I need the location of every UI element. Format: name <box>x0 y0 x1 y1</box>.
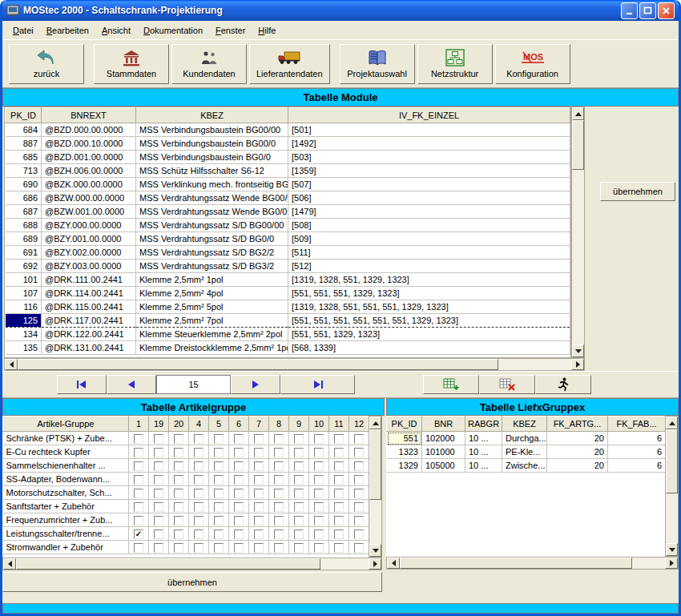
artikelgruppe-checkbox[interactable] <box>154 529 163 539</box>
artikelgruppe-checkbox[interactable] <box>174 434 183 444</box>
artikelgruppe-checkbox[interactable] <box>274 543 284 553</box>
artikelgruppe-checkbox[interactable] <box>334 529 344 539</box>
artikelgruppe-checkbox[interactable] <box>354 475 364 485</box>
module-table-row[interactable]: 689@BZY.001.00.0000MSS Verdrahtungssatz … <box>6 232 570 246</box>
liefx-cell[interactable]: 102000 <box>422 432 465 445</box>
scroll-track[interactable] <box>369 500 381 544</box>
artikelgruppe-checkbox[interactable] <box>194 489 203 498</box>
first-record-button[interactable] <box>57 375 107 394</box>
delete-record-button[interactable] <box>479 375 535 394</box>
artikelgruppe-checkbox[interactable] <box>234 434 244 444</box>
artikelgruppe-checkbox[interactable] <box>354 516 364 525</box>
artikelgruppe-checkbox-cell[interactable] <box>149 527 169 541</box>
artikelgruppe-checkbox-cell[interactable] <box>289 500 309 513</box>
module-cell[interactable]: [551, 551, 551, 551, 551, 551, 1329, 132… <box>288 314 570 328</box>
artikelgruppe-checkbox[interactable] <box>234 543 244 553</box>
module-cell[interactable]: MSS Verdrahtungssatz Wende BG00/00 <box>136 191 288 205</box>
artikelgruppe-checkbox-cell[interactable] <box>329 432 349 445</box>
artikelgruppe-checkbox[interactable] <box>334 489 344 498</box>
module-cell[interactable]: [508] <box>288 219 570 232</box>
artikelgruppe-checkbox[interactable] <box>294 461 304 471</box>
artikelgruppe-checkbox-cell[interactable] <box>169 432 189 445</box>
menu-dokumentation[interactable]: Dokumentation <box>137 23 209 38</box>
module-cell[interactable]: MSS Verdrahtungssatz S/D BG3/2 <box>136 260 288 273</box>
artikelgruppe-label-cell[interactable]: Sammelschienenhalter ... <box>3 459 129 473</box>
artikelgruppe-checkbox-cell[interactable] <box>309 486 329 500</box>
liefx-cell[interactable]: Zwische... <box>502 459 547 473</box>
artikelgruppe-checkbox-cell[interactable] <box>189 473 209 486</box>
module-cell[interactable]: @BZH.006.00.0000 <box>42 164 136 178</box>
artikelgruppe-checkbox[interactable] <box>194 502 203 512</box>
module-cell[interactable]: 686 <box>6 191 42 205</box>
artikelgruppe-checkbox[interactable] <box>254 543 264 553</box>
artikelgruppe-checkbox[interactable] <box>154 489 163 498</box>
module-cell[interactable]: 107 <box>6 287 42 300</box>
artikelgruppe-checkbox[interactable] <box>314 489 324 498</box>
module-cell[interactable]: 688 <box>6 219 42 232</box>
module-cell[interactable]: @BZD.000.10.0000 <box>42 137 136 151</box>
artikelgruppe-checkbox[interactable] <box>214 461 224 471</box>
artikelgruppe-checkbox-cell[interactable] <box>309 459 329 473</box>
module-table-row[interactable]: 135@DRK.131.00.2441Klemme Dreistockklemm… <box>6 341 570 355</box>
artikelgruppe-checkbox[interactable] <box>174 461 183 471</box>
artikelgruppe-checkbox[interactable] <box>354 543 364 553</box>
artikelgruppe-checkbox-cell[interactable] <box>269 527 289 541</box>
module-cell[interactable]: [507] <box>288 178 570 191</box>
artikelgruppe-checkbox-cell[interactable] <box>169 459 189 473</box>
close-button[interactable] <box>658 2 675 19</box>
artikelgruppe-checkbox[interactable] <box>214 448 224 457</box>
artikelgruppe-column-header[interactable]: 20 <box>169 417 189 432</box>
artikelgruppe-checkbox-cell[interactable] <box>309 513 329 527</box>
module-table-row[interactable]: 887@BZD.000.10.0000MSS Verbindungsbauste… <box>6 137 570 151</box>
scroll-up-button[interactable] <box>572 107 584 120</box>
artikelgruppe-checkbox-cell[interactable] <box>269 541 289 554</box>
module-cell[interactable]: [511] <box>288 246 570 260</box>
menu-fenster[interactable]: Fenster <box>209 23 252 38</box>
module-horizontal-scrollbar[interactable] <box>4 358 585 371</box>
artikelgruppe-checkbox-cell[interactable] <box>349 541 369 554</box>
artikelgruppe-checkbox[interactable] <box>154 543 163 553</box>
artikelgruppe-checkbox[interactable] <box>314 448 324 457</box>
artikelgruppe-checkbox-cell[interactable] <box>329 527 349 541</box>
module-cell[interactable]: 692 <box>6 260 42 273</box>
artikelgruppe-row[interactable]: Schränke (PTSK) + Zube... <box>3 432 369 445</box>
module-cell[interactable]: 101 <box>6 273 42 287</box>
artikelgruppe-checkbox-cell[interactable] <box>329 445 349 459</box>
module-table-row[interactable]: 713@BZH.006.00.0000MSS Schütz Hilfsschal… <box>6 164 570 178</box>
artikelgruppe-column-header[interactable]: 19 <box>149 417 169 432</box>
artikelgruppe-checkbox-cell[interactable] <box>289 513 309 527</box>
module-table-row[interactable]: 686@BZW.000.00.0000MSS Verdrahtungssatz … <box>6 191 570 205</box>
liefx-column-header[interactable]: RABGR <box>465 417 502 432</box>
module-cell[interactable]: [551, 551, 1329, 1323] <box>288 328 570 341</box>
artikelgruppe-checkbox[interactable] <box>254 448 264 457</box>
artikelgruppe-checkbox-cell[interactable] <box>269 513 289 527</box>
artikelgruppe-checkbox[interactable] <box>274 516 284 525</box>
artikelgruppe-checkbox[interactable] <box>254 475 264 485</box>
artikelgruppe-checkbox[interactable] <box>274 434 284 444</box>
module-cell[interactable]: @BZY.000.00.0000 <box>42 219 136 232</box>
liefx-cell[interactable]: 10 ... <box>465 432 502 445</box>
menu-bearbeiten[interactable]: Bearbeiten <box>40 23 95 38</box>
scroll-left-button[interactable] <box>5 359 18 370</box>
artikelgruppe-checkbox[interactable] <box>154 448 163 457</box>
module-cell[interactable]: 684 <box>6 123 42 137</box>
artikelgruppe-column-header[interactable]: 7 <box>249 417 269 432</box>
menu-ansicht[interactable]: Ansicht <box>95 23 137 38</box>
liefx-row[interactable]: 132910500010 ...Zwische...206 <box>387 459 666 473</box>
artikelgruppe-checkbox-cell[interactable] <box>349 459 369 473</box>
liefx-cell[interactable]: 6 <box>608 445 666 459</box>
artikelgruppe-checkbox-cell[interactable] <box>169 513 189 527</box>
artikelgruppe-checkbox-cell[interactable] <box>149 445 169 459</box>
artikelgruppe-checkbox-cell[interactable] <box>349 473 369 486</box>
insert-record-button[interactable] <box>423 375 479 394</box>
artikelgruppe-checkbox-cell[interactable] <box>309 432 329 445</box>
artikelgruppe-checkbox[interactable] <box>174 475 183 485</box>
scroll-thumb[interactable] <box>16 558 320 570</box>
artikelgruppe-checkbox-cell[interactable] <box>229 500 249 513</box>
record-number-field[interactable]: 15 <box>156 375 231 394</box>
liefx-cell[interactable]: 6 <box>608 432 666 445</box>
module-cell[interactable]: 689 <box>6 232 42 246</box>
artikelgruppe-checkbox-cell[interactable] <box>289 486 309 500</box>
artikelgruppe-checkbox[interactable] <box>194 434 203 444</box>
artikelgruppe-checkbox[interactable] <box>234 475 244 485</box>
